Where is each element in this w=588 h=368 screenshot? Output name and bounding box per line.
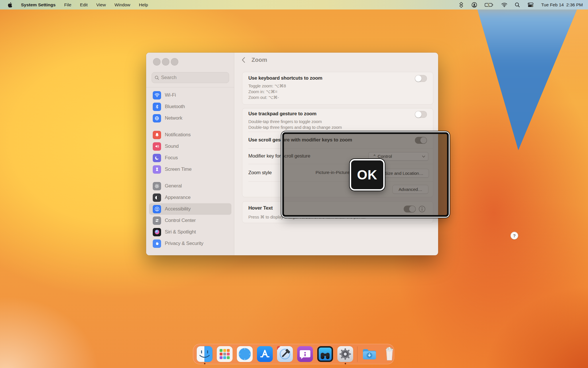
control-center-icon: [153, 216, 161, 225]
shortcut-toggle-zoom: Toggle zoom: ⌥⌘8: [248, 83, 286, 89]
sidebar-item-network[interactable]: Network: [149, 112, 231, 124]
dock-feedback-assistant-icon[interactable]: [297, 346, 313, 362]
menu-help[interactable]: Help: [139, 2, 148, 7]
shortcut-zoom-out: Zoom out: ⌥⌘-: [248, 95, 279, 100]
dock-launchpad-icon[interactable]: [216, 346, 233, 362]
sidebar-item-label: Accessibility: [165, 206, 191, 212]
sidebar-item-label: Appearance: [165, 195, 191, 200]
search-icon: [155, 76, 159, 80]
bluetooth-icon: [153, 103, 161, 111]
dock-xcode-beta-icon[interactable]: BETA: [277, 346, 293, 362]
menu-edit[interactable]: Edit: [80, 2, 88, 7]
menu-window[interactable]: Window: [115, 2, 130, 7]
dock-divider: [357, 346, 357, 362]
apple-logo-icon[interactable]: [7, 2, 12, 8]
menubar-clock[interactable]: Tue Feb 14 2:36 PM: [541, 2, 583, 7]
sidebar-item-focus[interactable]: Focus: [149, 152, 231, 164]
sidebar-separator: [146, 87, 234, 87]
sidebar-item-screen-time[interactable]: Screen Time: [149, 164, 231, 175]
sidebar-item-general[interactable]: General: [149, 180, 231, 192]
dock-trash-icon[interactable]: [381, 346, 398, 362]
hourglass-icon: [153, 165, 161, 174]
sidebar-item-label: Screen Time: [165, 166, 192, 172]
sidebar-item-privacy[interactable]: Privacy & Security: [149, 238, 231, 249]
sidebar-item-wifi[interactable]: Wi-Fi: [149, 89, 231, 101]
control-center-icon[interactable]: [527, 3, 534, 7]
sidebar-item-siri[interactable]: Siri & Spotlight: [149, 226, 231, 238]
sidebar-item-label: Wi-Fi: [165, 92, 176, 98]
appearance-icon: [153, 193, 161, 202]
sidebar-item-label: Bluetooth: [165, 104, 185, 110]
shortcut-zoom-in: Zoom in: ⌥⌘=: [248, 89, 277, 95]
back-chevron-icon[interactable]: [242, 57, 245, 63]
menu-file[interactable]: File: [64, 2, 71, 7]
traffic-lights: [153, 58, 178, 66]
sidebar-item-label: Network: [165, 115, 182, 121]
keyboard-shortcuts-title: Use keyboard shortcuts to zoom: [248, 75, 322, 81]
gear-icon: [153, 182, 161, 190]
bell-icon: [153, 131, 161, 139]
keyboard-shortcuts-toggle[interactable]: [415, 75, 427, 82]
sidebar-item-label: Notifications: [165, 132, 191, 138]
zoom-ok-indicator: OK: [350, 159, 385, 191]
sidebar-item-appearance[interactable]: Appearance: [149, 192, 231, 203]
accessibility-icon: [153, 205, 161, 213]
moon-icon: [153, 154, 161, 162]
siri-icon: [153, 228, 161, 236]
sidebar-item-label: General: [165, 183, 182, 189]
trackpad-gesture-line2: Double-tap three fingers and drag to cha…: [248, 124, 342, 130]
trackpad-gesture-title: Use trackpad gesture to zoom: [248, 111, 316, 117]
sidebar-item-accessibility[interactable]: Accessibility: [149, 203, 231, 215]
wallpaper-blue-wedge: [452, 5, 588, 172]
wifi-icon: [153, 91, 161, 99]
speaker-icon: [153, 142, 161, 151]
sidebar-item-notifications[interactable]: Notifications: [149, 129, 231, 141]
ok-label: OK: [357, 167, 378, 183]
dock: BETA: [193, 344, 394, 364]
content-header: Zoom: [242, 57, 267, 63]
dock-downloads-folder-icon[interactable]: [361, 346, 378, 362]
dock-safari-icon[interactable]: [237, 346, 253, 362]
trackpad-gesture-toggle[interactable]: [415, 111, 427, 118]
sidebar-item-label: Sound: [165, 143, 179, 149]
user-account-icon[interactable]: [471, 2, 477, 8]
stacked-diamonds-icon[interactable]: [459, 2, 464, 8]
sidebar-nav: Wi-Fi Bluetooth Network Notifications So…: [149, 89, 231, 249]
help-button[interactable]: ?: [510, 232, 518, 239]
sidebar-item-sound[interactable]: Sound: [149, 141, 231, 152]
menubar-app-name[interactable]: System Settings: [21, 2, 56, 7]
search-input[interactable]: [161, 75, 221, 80]
close-button[interactable]: [153, 58, 160, 66]
sidebar-search[interactable]: [152, 72, 229, 83]
wifi-icon[interactable]: [501, 3, 507, 7]
sidebar-item-label: Control Center: [165, 218, 196, 223]
hover-text-title: Hover Text: [248, 205, 273, 211]
zoom-button[interactable]: [171, 58, 178, 66]
sidebar-item-bluetooth[interactable]: Bluetooth: [149, 101, 231, 112]
globe-icon: [153, 114, 161, 122]
sidebar-item-label: Siri & Spotlight: [165, 229, 196, 235]
zoom-style-label: Zoom style: [248, 170, 272, 176]
menu-view[interactable]: View: [96, 2, 106, 7]
hand-icon: [153, 239, 161, 248]
page-title: Zoom: [252, 57, 267, 63]
dock-app-store-icon[interactable]: [257, 346, 273, 362]
menu-bar: System Settings File Edit View Window He…: [0, 0, 588, 9]
minimize-button[interactable]: [162, 58, 169, 66]
dock-finder-icon[interactable]: [196, 346, 213, 362]
spotlight-search-icon[interactable]: [515, 2, 520, 7]
sidebar-item-label: Focus: [165, 155, 178, 161]
trackpad-gesture-line1: Double-tap three fingers to toggle zoom: [248, 119, 322, 124]
battery-charging-icon[interactable]: [485, 3, 494, 7]
sidebar-item-control-center[interactable]: Control Center: [149, 215, 231, 226]
dock-system-settings-icon[interactable]: [337, 346, 353, 362]
dock-screen-sharing-icon[interactable]: [317, 346, 333, 362]
trackpad-gesture-row: Use trackpad gesture to zoom Double-tap …: [242, 108, 433, 132]
sidebar-item-label: Privacy & Security: [165, 241, 203, 246]
sidebar: Wi-Fi Bluetooth Network Notifications So…: [146, 53, 234, 255]
keyboard-shortcuts-card: Use keyboard shortcuts to zoom Toggle zo…: [242, 72, 433, 105]
